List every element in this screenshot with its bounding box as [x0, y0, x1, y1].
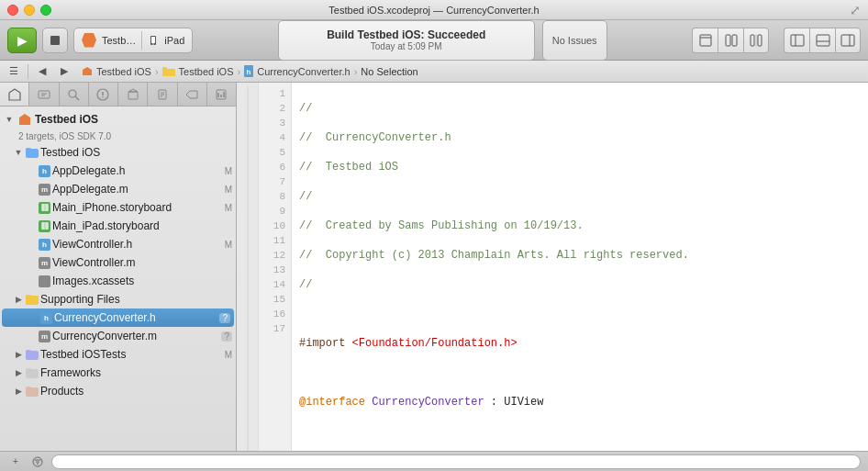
sidebar-tab-breakpoints[interactable]	[178, 83, 207, 106]
tests-arrow	[13, 350, 24, 359]
navigator-list-icon[interactable]: ☰	[4, 62, 24, 81]
editor-toolbar: ☰ ◀ ▶ Testbed iOS › Testbed iOS › h Curr…	[0, 61, 868, 83]
svg-line-26	[75, 96, 79, 100]
panel-toggle-group	[784, 28, 861, 53]
svg-rect-9	[758, 35, 762, 46]
filter-button[interactable]	[29, 454, 46, 470]
standard-editor-button[interactable]	[692, 28, 718, 53]
forward-button[interactable]: ▶	[54, 62, 74, 81]
scheme-selector[interactable]: Testb… iPad	[73, 28, 193, 53]
project-root-item[interactable]: Testbed iOS	[0, 110, 236, 129]
m-badge: M	[225, 240, 232, 250]
group-arrow	[13, 148, 24, 157]
scheme-icon	[82, 33, 96, 48]
xcassets-icon	[39, 275, 50, 287]
back-button[interactable]: ◀	[32, 62, 52, 81]
svg-point-29	[103, 96, 105, 98]
stop-button[interactable]	[42, 28, 68, 53]
breadcrumb-selection[interactable]: No Selection	[361, 66, 417, 77]
editor-area: 1 2 3 4 5 6 7 8 9 10 11 12 13 14 15 16 1…	[237, 83, 868, 451]
sidebar-tab-tests[interactable]	[118, 83, 148, 106]
file-label: ViewController.h	[52, 238, 223, 251]
sidebar-tab-search[interactable]	[60, 83, 89, 106]
group-supporting-files[interactable]: Supporting Files	[0, 290, 236, 308]
maximize-button[interactable]	[40, 5, 51, 16]
sidebar-tab-issues[interactable]	[89, 83, 118, 106]
main-toolbar: ▶ Testb… iPad Build Testbed iOS: Succeed…	[0, 20, 868, 61]
bottom-bar: +	[0, 451, 868, 471]
group-frameworks[interactable]: Frameworks	[0, 364, 236, 382]
group-testbed-tests[interactable]: Testbed iOSTests M	[0, 345, 236, 364]
m-file-icon: m	[39, 257, 50, 269]
assistant-editor-button[interactable]	[718, 28, 743, 53]
sidebar-tab-project[interactable]	[0, 83, 29, 106]
code-line-1: //	[299, 101, 861, 116]
svg-marker-31	[128, 89, 138, 92]
minimize-button[interactable]	[24, 5, 35, 16]
toolbar-center: Build Testbed iOS: Succeeded Today at 5:…	[200, 20, 684, 61]
file-label: ViewController.m	[52, 256, 230, 269]
code-editor[interactable]: // // CurrencyConverter.h // Testbed iOS…	[292, 83, 868, 451]
sidebar-tab-reports[interactable]	[207, 83, 236, 106]
svg-marker-16	[83, 67, 92, 75]
tests-nav-icon	[127, 88, 139, 101]
file-appdelegate-h[interactable]: h AppDelegate.h M	[0, 162, 236, 180]
file-ipad-storyboard[interactable]: Main_iPad.storyboard	[0, 217, 236, 235]
file-images-xcassets[interactable]: Images.xcassets	[0, 272, 236, 290]
resize-handle[interactable]: ⤢	[850, 3, 861, 17]
project-file-icon	[18, 113, 31, 126]
debug-nav-icon	[156, 88, 169, 101]
frameworks-folder-icon	[26, 368, 39, 378]
svg-marker-41	[19, 114, 30, 125]
close-button[interactable]	[7, 5, 18, 16]
svg-point-2	[152, 43, 154, 45]
utilities-toggle-button[interactable]	[835, 28, 861, 53]
supporting-folder-icon	[26, 295, 39, 305]
filter-input[interactable]	[51, 454, 861, 469]
q-badge: ?	[221, 331, 232, 342]
tests-label: Testbed iOSTests	[40, 348, 223, 361]
svg-rect-22	[39, 91, 50, 98]
h-file-icon: h	[39, 239, 50, 251]
group-products[interactable]: Products	[0, 382, 236, 400]
h-file-icon-breadcrumb: h	[244, 65, 253, 77]
scheme-divider	[141, 31, 142, 50]
svg-marker-21	[9, 89, 20, 100]
breadcrumb-group[interactable]: Testbed iOS	[179, 66, 234, 77]
issues-badge: No Issues	[542, 20, 607, 61]
file-label: AppDelegate.m	[52, 183, 223, 196]
file-currencyconverter-m[interactable]: m CurrencyConverter.m ?	[0, 327, 236, 345]
debug-toggle-button[interactable]	[809, 28, 835, 53]
project-nav-icon	[8, 88, 21, 101]
stop-icon	[50, 36, 60, 45]
run-button[interactable]: ▶	[7, 28, 37, 53]
file-currencyconverter-h[interactable]: h CurrencyConverter.h ?	[2, 308, 234, 327]
breadcrumb-file[interactable]: CurrencyConverter.h	[257, 66, 351, 77]
svg-rect-18	[162, 67, 167, 71]
file-appdelegate-m[interactable]: m AppDelegate.m M	[0, 180, 236, 198]
sidebar-tab-debug[interactable]	[148, 83, 177, 106]
gutter-strip	[237, 83, 259, 451]
group-testbed-ios[interactable]: Testbed iOS	[0, 143, 236, 162]
svg-rect-5	[726, 35, 730, 46]
file-viewcontroller-m[interactable]: m ViewController.m	[0, 253, 236, 272]
phone-icon	[148, 35, 159, 46]
sidebar-tab-symbols[interactable]	[29, 83, 59, 106]
svg-rect-6	[732, 35, 737, 46]
scheme-name: Testb…	[102, 35, 136, 46]
project-arrow	[4, 115, 15, 124]
window-title: Testbed iOS.xcodeproj — CurrencyConverte…	[328, 5, 539, 16]
tests-folder-icon	[26, 350, 39, 360]
add-file-button[interactable]: +	[7, 454, 24, 470]
version-editor-button[interactable]	[743, 28, 769, 53]
breadcrumb-project[interactable]: Testbed iOS	[96, 66, 151, 77]
navigator-toggle-button[interactable]	[784, 28, 809, 53]
folder-icon	[162, 66, 175, 76]
code-line-11: @interface CurrencyConverter : UIView	[299, 395, 861, 409]
file-tree: Testbed iOS 2 targets, iOS SDK 7.0 Testb…	[0, 107, 236, 404]
breakpoints-icon	[185, 88, 198, 101]
file-iphone-storyboard[interactable]: Main_iPhone.storyboard M	[0, 198, 236, 217]
m-badge: M	[225, 166, 232, 176]
search-nav-icon	[67, 88, 80, 101]
file-viewcontroller-h[interactable]: h ViewController.h M	[0, 235, 236, 253]
